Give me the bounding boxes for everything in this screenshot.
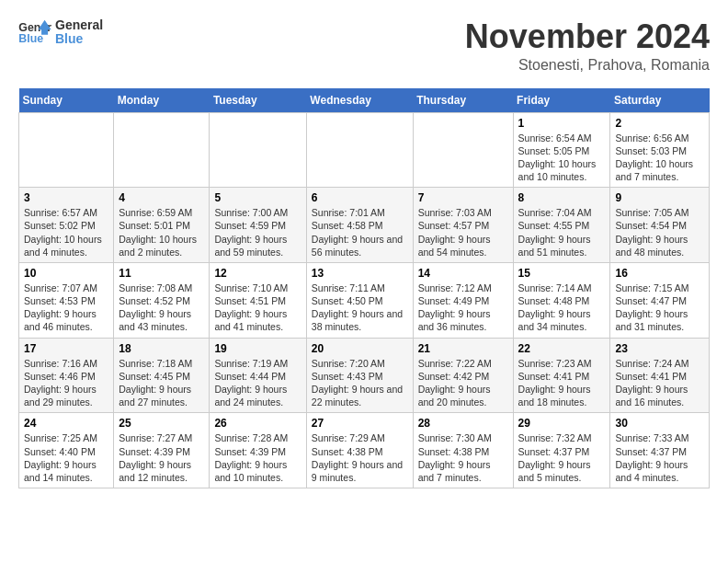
day-number: 24 [24,417,108,430]
week-row-1: 1Sunrise: 6:54 AMSunset: 5:05 PMDaylight… [19,112,710,188]
day-cell: 25Sunrise: 7:27 AMSunset: 4:39 PMDayligh… [114,413,210,488]
day-number: 23 [615,342,704,355]
title-block: November 2024 Stoenesti, Prahova, Romani… [465,18,710,74]
week-row-5: 24Sunrise: 7:25 AMSunset: 4:40 PMDayligh… [19,413,710,488]
day-number: 17 [24,342,108,355]
day-cell: 22Sunrise: 7:23 AMSunset: 4:41 PMDayligh… [513,338,610,413]
day-number: 12 [214,267,301,280]
day-number: 18 [119,342,204,355]
day-cell: 7Sunrise: 7:03 AMSunset: 4:57 PMDaylight… [413,188,513,263]
day-info: Sunrise: 7:32 AMSunset: 4:37 PMDaylight:… [518,431,606,484]
day-info: Sunrise: 7:22 AMSunset: 4:42 PMDaylight:… [418,357,508,409]
day-info: Sunrise: 7:10 AMSunset: 4:51 PMDaylight:… [214,282,301,334]
day-info: Sunrise: 7:15 AMSunset: 4:47 PMDaylight:… [615,282,704,334]
day-cell: 26Sunrise: 7:28 AMSunset: 4:39 PMDayligh… [210,413,306,488]
logo: General Blue General Blue [18,18,103,47]
day-cell: 6Sunrise: 7:01 AMSunset: 4:58 PMDaylight… [306,188,413,263]
logo-icon: General Blue [18,18,51,46]
day-info: Sunrise: 6:54 AMSunset: 5:05 PMDaylight:… [518,132,606,184]
day-cell: 9Sunrise: 7:05 AMSunset: 4:54 PMDaylight… [610,188,710,263]
logo-line1: General [55,18,103,32]
day-cell: 16Sunrise: 7:15 AMSunset: 4:47 PMDayligh… [610,262,710,338]
day-info: Sunrise: 7:18 AMSunset: 4:45 PMDaylight:… [119,357,204,409]
day-info: Sunrise: 7:01 AMSunset: 4:58 PMDaylight:… [312,206,408,259]
month-title: November 2024 [465,18,710,55]
day-cell: 29Sunrise: 7:32 AMSunset: 4:37 PMDayligh… [513,413,610,488]
day-number: 4 [119,191,204,204]
day-number: 11 [119,267,204,280]
day-cell: 13Sunrise: 7:11 AMSunset: 4:50 PMDayligh… [306,262,413,338]
day-number: 27 [312,417,408,430]
day-info: Sunrise: 6:59 AMSunset: 5:01 PMDaylight:… [119,206,204,259]
day-number: 6 [312,191,408,204]
day-info: Sunrise: 7:08 AMSunset: 4:52 PMDaylight:… [119,282,204,334]
day-info: Sunrise: 7:28 AMSunset: 4:39 PMDaylight:… [214,431,301,484]
day-cell: 18Sunrise: 7:18 AMSunset: 4:45 PMDayligh… [114,338,210,413]
day-cell: 14Sunrise: 7:12 AMSunset: 4:49 PMDayligh… [413,262,513,338]
day-info: Sunrise: 7:05 AMSunset: 4:54 PMDaylight:… [615,206,704,259]
day-cell: 17Sunrise: 7:16 AMSunset: 4:46 PMDayligh… [19,338,114,413]
day-info: Sunrise: 7:07 AMSunset: 4:53 PMDaylight:… [24,282,108,334]
header-friday: Friday [513,88,610,113]
day-cell: 30Sunrise: 7:33 AMSunset: 4:37 PMDayligh… [610,413,710,488]
day-number: 26 [214,417,301,430]
day-info: Sunrise: 7:30 AMSunset: 4:38 PMDaylight:… [418,431,508,484]
header-tuesday: Tuesday [210,88,306,113]
day-info: Sunrise: 6:57 AMSunset: 5:02 PMDaylight:… [24,206,108,259]
day-number: 1 [518,117,606,130]
day-info: Sunrise: 6:56 AMSunset: 5:03 PMDaylight:… [615,132,704,184]
day-cell: 27Sunrise: 7:29 AMSunset: 4:38 PMDayligh… [306,413,413,488]
day-cell [114,112,210,188]
logo-line2: Blue [55,32,103,46]
header-saturday: Saturday [610,88,710,113]
day-info: Sunrise: 7:33 AMSunset: 4:37 PMDaylight:… [615,431,704,484]
day-number: 21 [418,342,508,355]
day-number: 22 [518,342,606,355]
location-title: Stoenesti, Prahova, Romania [465,57,710,74]
day-info: Sunrise: 7:27 AMSunset: 4:39 PMDaylight:… [119,431,204,484]
day-cell: 15Sunrise: 7:14 AMSunset: 4:48 PMDayligh… [513,262,610,338]
day-info: Sunrise: 7:29 AMSunset: 4:38 PMDaylight:… [312,431,408,484]
header-row: SundayMondayTuesdayWednesdayThursdayFrid… [19,88,710,113]
day-number: 7 [418,191,508,204]
day-number: 15 [518,267,606,280]
day-cell [210,112,306,188]
day-number: 28 [418,417,508,430]
day-cell [19,112,114,188]
header-sunday: Sunday [19,88,114,113]
header: General Blue General Blue November 2024 … [18,18,710,74]
day-cell: 2Sunrise: 6:56 AMSunset: 5:03 PMDaylight… [610,112,710,188]
svg-text:Blue: Blue [18,33,43,46]
day-info: Sunrise: 7:23 AMSunset: 4:41 PMDaylight:… [518,357,606,409]
day-cell: 24Sunrise: 7:25 AMSunset: 4:40 PMDayligh… [19,413,114,488]
day-cell: 5Sunrise: 7:00 AMSunset: 4:59 PMDaylight… [210,188,306,263]
day-number: 16 [615,267,704,280]
day-number: 10 [24,267,108,280]
day-number: 3 [24,191,108,204]
day-cell: 11Sunrise: 7:08 AMSunset: 4:52 PMDayligh… [114,262,210,338]
day-cell [413,112,513,188]
day-cell: 23Sunrise: 7:24 AMSunset: 4:41 PMDayligh… [610,338,710,413]
day-info: Sunrise: 7:25 AMSunset: 4:40 PMDaylight:… [24,431,108,484]
day-cell: 20Sunrise: 7:20 AMSunset: 4:43 PMDayligh… [306,338,413,413]
header-monday: Monday [114,88,210,113]
day-cell: 3Sunrise: 6:57 AMSunset: 5:02 PMDaylight… [19,188,114,263]
day-cell: 4Sunrise: 6:59 AMSunset: 5:01 PMDaylight… [114,188,210,263]
day-info: Sunrise: 7:19 AMSunset: 4:44 PMDaylight:… [214,357,301,409]
day-number: 29 [518,417,606,430]
week-row-2: 3Sunrise: 6:57 AMSunset: 5:02 PMDaylight… [19,188,710,263]
day-number: 30 [615,417,704,430]
day-cell: 28Sunrise: 7:30 AMSunset: 4:38 PMDayligh… [413,413,513,488]
day-number: 8 [518,191,606,204]
day-number: 20 [312,342,408,355]
day-number: 13 [312,267,408,280]
day-number: 9 [615,191,704,204]
day-info: Sunrise: 7:11 AMSunset: 4:50 PMDaylight:… [312,282,408,334]
day-info: Sunrise: 7:00 AMSunset: 4:59 PMDaylight:… [214,206,301,259]
day-cell: 12Sunrise: 7:10 AMSunset: 4:51 PMDayligh… [210,262,306,338]
day-info: Sunrise: 7:24 AMSunset: 4:41 PMDaylight:… [615,357,704,409]
day-number: 5 [214,191,301,204]
day-cell: 8Sunrise: 7:04 AMSunset: 4:55 PMDaylight… [513,188,610,263]
day-cell: 19Sunrise: 7:19 AMSunset: 4:44 PMDayligh… [210,338,306,413]
week-row-3: 10Sunrise: 7:07 AMSunset: 4:53 PMDayligh… [19,262,710,338]
